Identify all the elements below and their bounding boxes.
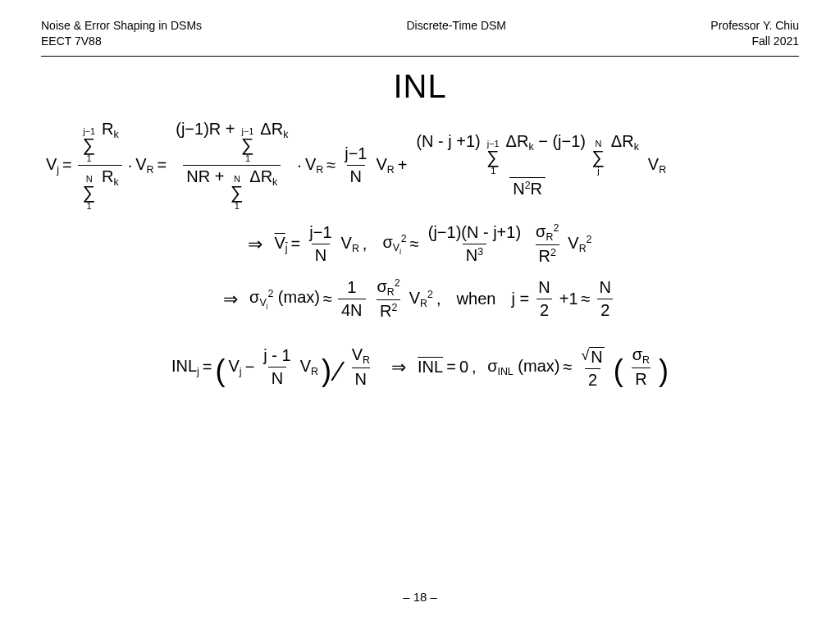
frac-correction: (N - j +1) j−1∑1 ΔRk − (j−1) N∑j ΔRk N2R: [413, 132, 641, 199]
page-title: INL: [41, 68, 799, 105]
page-number: – 18 –: [0, 590, 840, 604]
equation-block: Vj = j−1∑1 Rk N∑1 Rk · VR = (j−1)R + j−: [41, 120, 799, 390]
header-right: Professor Y. Chiu Fall 2021: [710, 18, 799, 49]
equation-4: INLj = ( Vj − j - 1 N VR ) ⁄ VR N ⇒ INL …: [41, 345, 799, 390]
implies-icon: ⇒: [248, 234, 262, 254]
header-left-line1: Noise & Error Shaping in DSMs: [41, 18, 202, 34]
var-Vj: Vj: [46, 155, 59, 176]
sigma-Vj-max: σVj2 (max): [249, 288, 320, 310]
header-left: Noise & Error Shaping in DSMs EECT 7V88: [41, 18, 202, 49]
equation-2: ⇒ Vj = j−1 N VR , σVj2 ≈ (j−1)(N - j+1) …: [41, 222, 799, 266]
header-right-line1: Professor Y. Chiu: [710, 18, 799, 34]
sigma-INL-max: σINL (max): [487, 357, 559, 377]
mean-INL: INL: [418, 358, 443, 377]
equation-3: ⇒ σVj2 (max) ≈ 1 4N σR2 R2 VR2 , when j …: [41, 277, 799, 321]
header-center: Discrete-Time DSM: [406, 18, 506, 49]
header-center-line1: Discrete-Time DSM: [406, 18, 506, 34]
slide-header: Noise & Error Shaping in DSMs EECT 7V88 …: [41, 18, 799, 57]
implies-icon: ⇒: [391, 357, 406, 377]
equation-1: Vj = j−1∑1 Rk N∑1 Rk · VR = (j−1)R + j−: [41, 120, 799, 211]
frac-sumRk-over-sumRk: j−1∑1 Rk N∑1 Rk: [78, 120, 122, 211]
var-INLj: INLj: [171, 357, 199, 377]
sigma-Vj-sq: σVj2: [383, 233, 407, 255]
implies-icon: ⇒: [223, 289, 238, 309]
header-right-line2: Fall 2021: [710, 34, 799, 49]
mean-Vj: Vj: [274, 234, 287, 254]
frac-jm1-N: j−1 N: [341, 144, 370, 186]
frac-expanded: (j−1)R + j−1∑1 ΔRk NR + N∑1 ΔRk: [172, 120, 291, 211]
var-VR: VR: [135, 155, 153, 176]
header-left-line2: EECT 7V88: [41, 34, 202, 49]
